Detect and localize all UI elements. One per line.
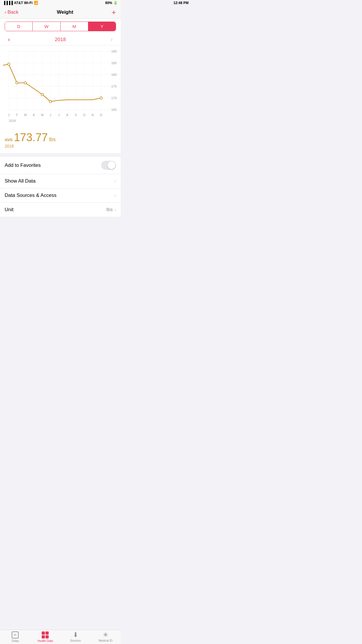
show-all-data-row[interactable]: Show All Data › xyxy=(0,174,121,188)
svg-text:D: D xyxy=(100,113,102,117)
battery-icon: 🔋 xyxy=(113,1,118,5)
svg-point-24 xyxy=(8,63,10,65)
wifi-icon: 📶 xyxy=(34,1,38,5)
stats-year: 2018 xyxy=(5,144,116,148)
svg-point-29 xyxy=(100,97,102,99)
svg-text:170: 170 xyxy=(111,96,117,100)
add-to-favorites-row[interactable]: Add to Favorites xyxy=(0,157,121,174)
prev-year-button[interactable]: ‹ xyxy=(5,36,13,43)
svg-text:A: A xyxy=(33,113,35,117)
favorites-toggle[interactable] xyxy=(101,161,116,170)
chevron-right-icon: › xyxy=(115,178,116,184)
svg-text:190: 190 xyxy=(111,50,117,53)
chevron-right-icon-3: › xyxy=(115,207,116,212)
svg-text:J: J xyxy=(50,113,51,117)
svg-text:A: A xyxy=(66,113,68,117)
chart-nav: ‹ 2018 › xyxy=(0,34,121,46)
svg-text:180: 180 xyxy=(111,73,117,76)
svg-text:F: F xyxy=(16,113,18,117)
svg-text:N: N xyxy=(92,113,94,117)
nav-bar: ‹ Back Weight + xyxy=(0,6,121,19)
unit-label: Unit xyxy=(5,207,13,213)
svg-text:J: J xyxy=(58,113,60,117)
chart-container: 190 185 180 175 170 165 xyxy=(0,46,121,128)
svg-text:185: 185 xyxy=(111,61,117,65)
segment-control: D W M Y xyxy=(0,19,121,34)
segment-wrapper: D W M Y xyxy=(5,22,116,31)
stats-section: AVG 173.77 lbs 2018 xyxy=(0,128,121,153)
svg-point-25 xyxy=(16,82,18,84)
segment-month[interactable]: M xyxy=(61,22,88,31)
svg-text:M: M xyxy=(24,113,27,117)
svg-text:165: 165 xyxy=(111,108,117,111)
battery-label: 80% xyxy=(105,1,112,5)
stats-avg-row: AVG 173.77 lbs xyxy=(5,131,116,144)
avg-label: AVG xyxy=(5,138,13,142)
unit-right: lbs › xyxy=(106,207,116,213)
segment-day[interactable]: D xyxy=(5,22,33,31)
back-label: Back xyxy=(8,9,19,15)
show-all-data-right: › xyxy=(115,178,116,184)
svg-text:O: O xyxy=(83,113,86,117)
chevron-right-icon-2: › xyxy=(115,193,116,198)
data-sources-row[interactable]: Data Sources & Access › xyxy=(0,188,121,203)
signal-icon: ▐▐▐▐ xyxy=(3,1,13,5)
svg-point-28 xyxy=(49,100,52,103)
back-button[interactable]: ‹ Back xyxy=(5,9,18,15)
section-spacer xyxy=(0,153,121,157)
unit-value: lbs xyxy=(106,207,113,213)
avg-unit: lbs xyxy=(49,136,56,142)
weight-chart: 190 185 180 175 170 165 xyxy=(0,46,121,127)
toggle-knob xyxy=(108,161,115,169)
data-sources-label: Data Sources & Access xyxy=(5,192,57,198)
svg-text:J: J xyxy=(8,113,10,117)
status-left: ▐▐▐▐ AT&T Wi-Fi 📶 xyxy=(3,1,38,5)
segment-week[interactable]: W xyxy=(33,22,60,31)
show-all-data-label: Show All Data xyxy=(5,178,36,184)
add-to-favorites-label: Add to Favorites xyxy=(5,162,41,168)
carrier-label: AT&T Wi-Fi xyxy=(14,1,33,5)
svg-text:2018: 2018 xyxy=(9,119,16,123)
status-right: 80% 🔋 xyxy=(105,1,118,5)
svg-point-27 xyxy=(41,93,43,96)
svg-point-26 xyxy=(24,82,27,84)
svg-text:M: M xyxy=(41,113,43,117)
segment-year[interactable]: Y xyxy=(88,22,116,31)
unit-row[interactable]: Unit lbs › xyxy=(0,203,121,217)
page-title: Weight xyxy=(57,9,73,15)
avg-value: 173.77 xyxy=(14,131,48,144)
data-sources-right: › xyxy=(115,193,116,198)
svg-text:S: S xyxy=(75,113,77,117)
list-section: Add to Favorites Show All Data › Data So… xyxy=(0,157,121,217)
chart-year-label: 2018 xyxy=(55,37,66,43)
next-year-button[interactable]: › xyxy=(107,36,116,43)
status-bar: ▐▐▐▐ AT&T Wi-Fi 📶 12:48 PM 80% 🔋 xyxy=(0,0,121,6)
chevron-left-icon: ‹ xyxy=(5,9,6,15)
add-button[interactable]: + xyxy=(112,8,116,16)
svg-text:175: 175 xyxy=(111,85,117,88)
